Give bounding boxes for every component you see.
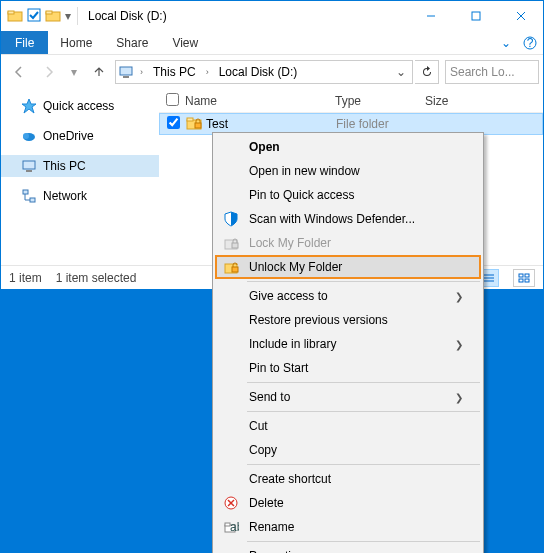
column-size[interactable]: Size: [425, 94, 543, 108]
locked-folder-icon: [186, 115, 202, 134]
svg-rect-16: [23, 161, 35, 169]
menu-separator: [247, 464, 480, 465]
file-tab[interactable]: File: [1, 31, 48, 54]
separator: [77, 7, 78, 25]
search-input[interactable]: Search Lo...: [445, 60, 539, 84]
sidebar-item-label: This PC: [43, 159, 86, 173]
menu-item-label: Lock My Folder: [249, 236, 463, 250]
menu-item-restore-previous-versions[interactable]: Restore previous versions: [215, 308, 481, 332]
tab-view[interactable]: View: [160, 31, 210, 54]
menu-item-label: Give access to: [249, 289, 447, 303]
menu-item-pin-to-start[interactable]: Pin to Start: [215, 356, 481, 380]
lock-icon: [221, 233, 241, 253]
blank-icon: [221, 286, 241, 306]
menu-item-lock-my-folder: Lock My Folder: [215, 231, 481, 255]
sidebar-item-this-pc[interactable]: This PC: [1, 155, 159, 177]
sidebar-item-quick-access[interactable]: Quick access: [1, 95, 159, 117]
menu-item-properties[interactable]: Properties: [215, 544, 481, 553]
menu-item-label: Copy: [249, 443, 463, 457]
ribbon-tabs: File Home Share View ⌄ ?: [1, 31, 543, 55]
menu-item-copy[interactable]: Copy: [215, 438, 481, 462]
svg-point-15: [23, 133, 29, 139]
menu-item-rename[interactable]: abRename: [215, 515, 481, 539]
column-type[interactable]: Type: [335, 94, 425, 108]
selection-count: 1 item selected: [56, 271, 137, 285]
tab-share[interactable]: Share: [104, 31, 160, 54]
menu-item-label: Create shortcut: [249, 472, 463, 486]
select-all-checkbox[interactable]: [166, 93, 179, 106]
menu-item-label: Pin to Quick access: [249, 188, 463, 202]
minimize-button[interactable]: [408, 1, 453, 31]
sidebar-item-onedrive[interactable]: OneDrive: [1, 125, 159, 147]
context-menu: OpenOpen in new windowPin to Quick acces…: [212, 132, 484, 553]
svg-rect-28: [519, 279, 523, 282]
star-icon: [21, 98, 37, 114]
svg-rect-18: [23, 190, 28, 194]
chevron-right-icon[interactable]: ›: [204, 67, 211, 77]
close-button[interactable]: [498, 1, 543, 31]
menu-item-open[interactable]: Open: [215, 135, 481, 159]
submenu-arrow-icon: ❯: [455, 291, 463, 302]
menu-item-label: Properties: [249, 549, 463, 553]
menu-item-unlock-my-folder[interactable]: Unlock My Folder: [215, 255, 481, 279]
rename-icon: ab: [221, 517, 241, 537]
breadcrumb-root[interactable]: This PC: [149, 65, 200, 79]
thumbnails-view-button[interactable]: [513, 269, 535, 287]
sidebar-item-label: Network: [43, 189, 87, 203]
menu-item-cut[interactable]: Cut: [215, 414, 481, 438]
menu-item-label: Open in new window: [249, 164, 463, 178]
svg-rect-26: [519, 274, 523, 277]
menu-item-send-to[interactable]: Send to❯: [215, 385, 481, 409]
sidebar-item-label: OneDrive: [43, 129, 94, 143]
svg-rect-6: [472, 12, 480, 20]
submenu-arrow-icon: ❯: [455, 339, 463, 350]
file-name: Test: [206, 117, 228, 131]
window-title: Local Disk (D:): [84, 9, 408, 23]
ribbon-expand-icon[interactable]: ⌄: [495, 31, 517, 54]
address-bar[interactable]: › This PC › Local Disk (D:) ⌄: [115, 60, 413, 84]
menu-item-give-access-to[interactable]: Give access to❯: [215, 284, 481, 308]
blank-icon: [221, 137, 241, 157]
column-name[interactable]: Name: [185, 94, 335, 108]
row-checkbox[interactable]: [167, 116, 180, 129]
up-button[interactable]: [85, 59, 113, 85]
maximize-button[interactable]: [453, 1, 498, 31]
menu-item-label: Send to: [249, 390, 447, 404]
help-icon[interactable]: ?: [517, 31, 543, 54]
blank-icon: [221, 334, 241, 354]
qat-checkbox-icon[interactable]: [27, 8, 41, 25]
breadcrumb-path[interactable]: Local Disk (D:): [215, 65, 302, 79]
blank-icon: [221, 310, 241, 330]
menu-separator: [247, 411, 480, 412]
menu-item-label: Rename: [249, 520, 463, 534]
sidebar-item-network[interactable]: Network: [1, 185, 159, 207]
recent-button[interactable]: ▾: [65, 59, 83, 85]
menu-item-include-in-library[interactable]: Include in library❯: [215, 332, 481, 356]
menu-separator: [247, 382, 480, 383]
blank-icon: [221, 440, 241, 460]
qat-folder-icon[interactable]: [45, 8, 61, 24]
menu-item-label: Cut: [249, 419, 463, 433]
menu-item-open-in-new-window[interactable]: Open in new window: [215, 159, 481, 183]
app-folder-icon: [7, 8, 23, 24]
menu-item-scan-with-windows-defender[interactable]: Scan with Windows Defender...: [215, 207, 481, 231]
forward-button[interactable]: [35, 59, 63, 85]
quick-access-toolbar: ▾: [7, 8, 71, 25]
svg-rect-1: [8, 11, 14, 14]
menu-item-create-shortcut[interactable]: Create shortcut: [215, 467, 481, 491]
menu-item-pin-to-quick-access[interactable]: Pin to Quick access: [215, 183, 481, 207]
svg-rect-27: [525, 274, 529, 277]
svg-rect-33: [232, 267, 238, 272]
back-button[interactable]: [5, 59, 33, 85]
menu-item-delete[interactable]: Delete: [215, 491, 481, 515]
address-dropdown-icon[interactable]: ⌄: [392, 65, 410, 79]
refresh-button[interactable]: [415, 60, 439, 84]
cloud-icon: [21, 128, 37, 144]
svg-text:ab: ab: [230, 520, 239, 534]
svg-rect-17: [26, 170, 32, 172]
menu-separator: [247, 281, 480, 282]
qat-customize-icon[interactable]: ▾: [65, 9, 71, 23]
window-buttons: [408, 1, 543, 31]
chevron-right-icon[interactable]: ›: [138, 67, 145, 77]
tab-home[interactable]: Home: [48, 31, 104, 54]
